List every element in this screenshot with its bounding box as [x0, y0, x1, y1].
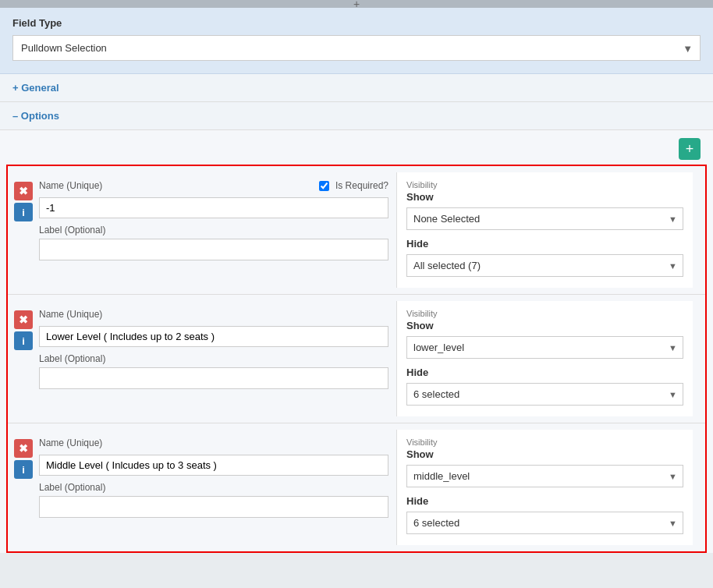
name-label-area-1: Name (Unique) Is Required? Label (Option… — [39, 180, 388, 260]
field-type-select[interactable]: Pulldown Selection — [12, 35, 701, 61]
show-select-3[interactable]: middle_level — [406, 465, 683, 487]
name-input-2[interactable] — [39, 326, 388, 347]
hide-label-2: Hide — [406, 367, 683, 378]
field-type-section: Field Type Pulldown Selection ▼ — [0, 8, 713, 74]
delete-button-2[interactable]: ✖ — [14, 310, 33, 329]
hide-select-wrapper-3: 6 selected ▼ — [406, 512, 683, 534]
hide-label-1: Hide — [406, 238, 683, 250]
option-row-2: ✖ i Name (Unique) Label (Optional) — [8, 294, 705, 423]
is-required-checkbox-1[interactable] — [319, 181, 329, 191]
option-controls-2: ✖ i — [14, 310, 33, 350]
show-select-wrapper-3: middle_level ▼ — [406, 465, 683, 487]
option-controls-1: ✖ i — [14, 182, 33, 221]
hide-select-2[interactable]: 6 selected — [406, 383, 683, 406]
visibility-title-3: Visibility — [406, 437, 683, 447]
show-label-1: Show — [406, 191, 683, 203]
option-right-1: Visibility Show None Selected ▼ Hide All… — [396, 172, 693, 288]
name-unique-label-3: Name (Unique) — [39, 437, 109, 448]
show-select-wrapper-2: lower_level ▼ — [406, 336, 683, 359]
option-left-2: ✖ i Name (Unique) Label (Optional) — [14, 301, 396, 416]
option-right-3: Visibility Show middle_level ▼ Hide 6 se… — [396, 430, 693, 545]
drag-handle[interactable] — [0, 0, 713, 8]
name-unique-label-1: Name (Unique) — [39, 180, 109, 191]
show-select-1[interactable]: None Selected — [406, 207, 683, 230]
general-section-header[interactable]: + General — [0, 74, 713, 102]
show-select-2[interactable]: lower_level — [406, 336, 683, 359]
info-button-2[interactable]: i — [14, 331, 33, 350]
hide-select-1[interactable]: All selected (7) — [406, 254, 683, 277]
option-row-1: ✖ i Name (Unique) Is Required? — [8, 166, 705, 294]
label-optional-row-1: Label (Optional) — [39, 225, 388, 260]
general-label: + General — [12, 82, 59, 94]
label-optional-label-1: Label (Optional) — [39, 225, 388, 236]
hide-label-3: Hide — [406, 495, 683, 507]
name-label-area-3: Name (Unique) Label (Optional) — [39, 437, 388, 518]
delete-button-1[interactable]: ✖ — [14, 182, 33, 200]
page-container: Field Type Pulldown Selection ▼ + Genera… — [0, 0, 713, 588]
label-optional-row-2: Label (Optional) — [39, 353, 388, 389]
show-label-2: Show — [406, 320, 683, 331]
name-row-2: Name (Unique) — [39, 309, 388, 320]
hide-select-wrapper-1: All selected (7) ▼ — [406, 254, 683, 277]
add-btn-row: + — [0, 130, 713, 165]
option-right-2: Visibility Show lower_level ▼ Hide 6 sel… — [396, 301, 693, 416]
hide-select-wrapper-2: 6 selected ▼ — [406, 383, 683, 406]
info-button-1[interactable]: i — [14, 203, 33, 221]
options-section-header[interactable]: – Options — [0, 102, 713, 130]
visibility-title-1: Visibility — [406, 180, 683, 190]
field-type-label: Field Type — [12, 17, 701, 29]
label-optional-label-3: Label (Optional) — [39, 482, 388, 493]
label-input-1[interactable] — [39, 239, 388, 260]
options-label: – Options — [12, 110, 59, 122]
show-select-wrapper-1: None Selected ▼ — [406, 207, 683, 230]
label-optional-label-2: Label (Optional) — [39, 353, 388, 364]
option-controls-3: ✖ i — [14, 439, 33, 479]
field-type-select-wrapper: Pulldown Selection ▼ — [12, 35, 701, 61]
label-optional-row-3: Label (Optional) — [39, 482, 388, 518]
is-required-label-1: Is Required? — [335, 180, 388, 191]
hide-select-3[interactable]: 6 selected — [406, 512, 683, 534]
visibility-title-2: Visibility — [406, 309, 683, 318]
option-row-3: ✖ i Name (Unique) Label (Optional) — [8, 423, 705, 551]
is-required-area-1: Is Required? — [319, 180, 388, 191]
add-option-button[interactable]: + — [679, 138, 701, 160]
name-row-3: Name (Unique) — [39, 437, 388, 448]
label-input-3[interactable] — [39, 496, 388, 518]
name-input-3[interactable] — [39, 455, 388, 476]
show-label-3: Show — [406, 448, 683, 460]
name-input-1[interactable] — [39, 197, 388, 218]
name-row-1: Name (Unique) Is Required? — [39, 180, 388, 191]
highlight-box: ✖ i Name (Unique) Is Required? — [6, 165, 707, 553]
option-left-1: ✖ i Name (Unique) Is Required? — [14, 172, 396, 288]
info-button-3[interactable]: i — [14, 460, 33, 479]
label-input-2[interactable] — [39, 367, 388, 389]
delete-button-3[interactable]: ✖ — [14, 439, 33, 458]
name-unique-label-2: Name (Unique) — [39, 309, 109, 320]
name-label-area-2: Name (Unique) Label (Optional) — [39, 309, 388, 389]
options-section: + ✖ i Name (Unique) — [0, 130, 713, 553]
option-left-3: ✖ i Name (Unique) Label (Optional) — [14, 430, 396, 545]
